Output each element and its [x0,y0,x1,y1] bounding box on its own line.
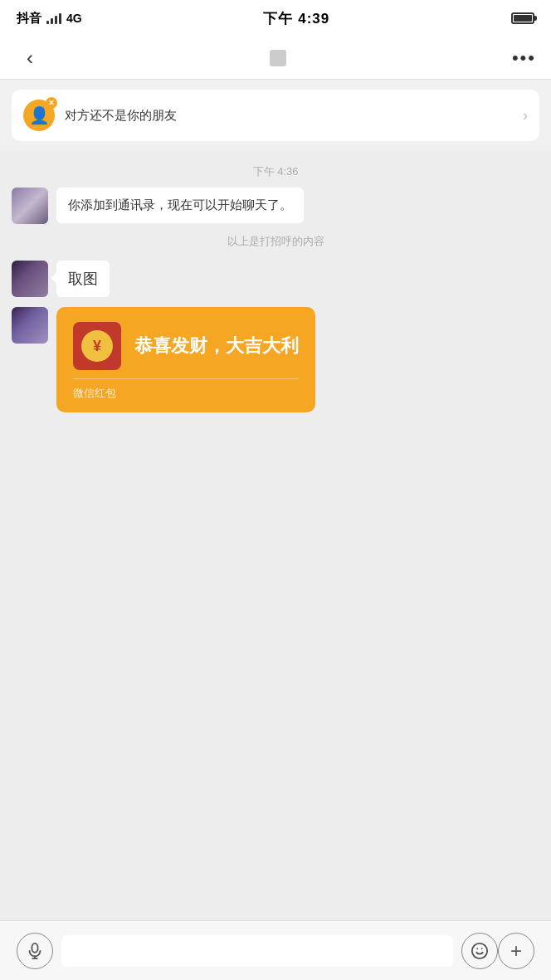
battery-icon [511,12,534,24]
friend-notice-bar[interactable]: 👤 ✕ 对方还不是你的朋友 › [12,90,539,141]
greeting-separator: 以上是打招呼的内容 [12,234,539,249]
voice-button[interactable] [17,933,53,969]
red-packet-divider [73,378,299,379]
app-name: 抖音 [17,11,41,27]
chat-timestamp: 下午 4:36 [12,164,539,179]
text-message-received: 取图 [12,261,539,297]
microphone-icon [26,942,44,960]
sender-avatar-1 [12,261,48,297]
system-avatar [12,188,48,224]
friend-avatar-wrapper: 👤 ✕ [23,100,55,131]
system-message: 你添加到通讯录，现在可以开始聊天了。 [12,188,539,224]
status-right [511,12,534,24]
svg-point-0 [32,943,37,952]
status-bar: 抖音 4G 下午 4:39 [0,0,551,37]
red-packet-bubble[interactable]: ¥ 恭喜发财，大吉大利 微信红包 [56,307,315,412]
person-icon: 👤 [29,105,50,125]
red-packet-label: 微信红包 [73,386,299,401]
friend-x-badge: ✕ [46,97,57,109]
emoji-button[interactable] [461,933,498,969]
red-packet-icon: ¥ [73,322,121,370]
plus-icon: + [510,941,522,961]
system-text-bubble: 你添加到通讯录，现在可以开始聊天了。 [56,188,304,223]
add-button[interactable]: + [498,933,534,969]
status-time: 下午 4:39 [263,9,329,28]
red-packet-content: ¥ 恭喜发财，大吉大利 [73,322,299,370]
message-input[interactable] [61,935,453,967]
system-message-text: 你添加到通讯录，现在可以开始聊天了。 [68,197,292,212]
red-packet-coin-icon: ¥ [81,330,113,362]
nav-title-avatar [270,50,286,66]
more-button[interactable]: ••• [512,47,536,69]
nav-bar: ‹ ••• [0,37,551,80]
emoji-icon [471,942,489,960]
red-packet-title: 恭喜发财，大吉大利 [134,334,299,358]
chat-area: 下午 4:36 你添加到通讯录，现在可以开始聊天了。 以上是打招呼的内容 取图 … [0,151,551,920]
back-button[interactable]: ‹ [15,43,45,73]
svg-point-3 [472,943,487,958]
status-left: 抖音 4G [17,11,82,27]
signal-bars-icon [46,12,61,24]
red-packet-message: ¥ 恭喜发财，大吉大利 微信红包 [12,307,539,412]
network-type: 4G [66,12,82,25]
sender-avatar-2 [12,307,48,344]
text-message-content: 取图 [68,271,98,287]
input-bar: + [0,920,551,980]
text-bubble: 取图 [56,261,110,297]
friend-notice-text: 对方还不是你的朋友 [65,108,523,124]
friend-notice-arrow: › [523,107,528,124]
